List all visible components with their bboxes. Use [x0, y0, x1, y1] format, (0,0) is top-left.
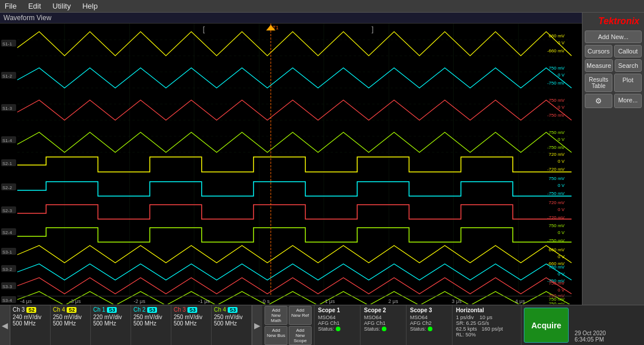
svg-text:S3-3: S3-3: [2, 284, 12, 289]
ch3b-label: Ch 3: [174, 306, 186, 313]
menu-file[interactable]: File: [5, 2, 17, 10]
horizontal-group: Horizontal 1 ps/div 10 μs SR: 6.25 GS/s …: [453, 305, 522, 345]
menu-edit[interactable]: Edit: [28, 2, 41, 10]
svg-text:660 mV: 660 mV: [549, 247, 565, 252]
horizontal-title: Horizontal: [456, 307, 518, 313]
svg-text:-660 mV: -660 mV: [547, 48, 565, 53]
svg-text:-720 mV: -720 mV: [547, 215, 565, 220]
svg-text:0 V: 0 V: [558, 137, 565, 142]
svg-text:S1-2: S1-2: [2, 74, 12, 79]
scope1-afg: AFG Ch1: [318, 320, 356, 326]
scope3-model: MSO64: [410, 315, 448, 320]
scope2-status-dot: [382, 327, 386, 331]
svg-text:1 μs: 1 μs: [325, 298, 335, 304]
menu-help[interactable]: Help: [82, 2, 98, 10]
horizontal-time-div: 1 ps/div: [456, 315, 474, 320]
svg-text:750 mV: 750 mV: [549, 281, 565, 286]
svg-text:720 mV: 720 mV: [549, 152, 565, 157]
svg-text:0 V: 0 V: [558, 207, 565, 212]
plot-button[interactable]: Plot: [614, 74, 642, 92]
svg-text:0 V: 0 V: [558, 230, 565, 235]
svg-text:-750 mV: -750 mV: [547, 301, 565, 304]
add-math-button[interactable]: Add New Math: [264, 306, 288, 325]
svg-text:750 mV: 750 mV: [549, 223, 565, 228]
waveform-canvas[interactable]: T1 [ ] S1-1 S1-2 S1-3 S1-4: [0, 24, 582, 304]
ch4b-s3-badge: S3: [228, 307, 237, 313]
menu-utility[interactable]: Utility: [52, 2, 71, 10]
svg-text:-1 μs: -1 μs: [198, 298, 210, 304]
scope1-status-label: Status:: [318, 326, 334, 332]
add-buttons-group: Add New Math Add New Ref Add New Bus Add…: [262, 305, 315, 345]
scope1-title: Scope 1: [318, 307, 356, 313]
svg-text:0 V: 0 V: [558, 105, 565, 110]
ch4b-freq: 500 MHz: [214, 320, 249, 327]
ch3-label: Ch 3: [13, 306, 25, 313]
channel-ch4-s2: Ch 4 S2 250 mV/div 500 MHz: [51, 305, 91, 345]
svg-text:-750 mV: -750 mV: [547, 145, 565, 150]
ch3b-s3-badge: S3: [187, 307, 197, 313]
right-panel: Tektronix Add New... Cursors Callout Mea…: [582, 13, 644, 305]
svg-text:750 mV: 750 mV: [549, 66, 565, 71]
scope2-group: Scope 2 MSO64 AFG Ch1 Status:: [361, 305, 407, 345]
channel-header: Ch 1 S3: [93, 306, 128, 313]
svg-text:S1-4: S1-4: [2, 138, 12, 143]
channel-ch3-s2: Ch 3 S2 240 mV/div 500 MHz: [10, 305, 51, 345]
channel-header: Ch 3 S2: [13, 306, 48, 313]
horizontal-time-row: 1 ps/div 10 μs: [456, 315, 518, 320]
ch4b-label: Ch 4: [214, 306, 226, 313]
scope3-afg: AFG Ch2: [410, 320, 448, 326]
svg-rect-0: [0, 24, 582, 304]
svg-text:750 mV: 750 mV: [549, 264, 565, 270]
tektronix-logo: Tektronix: [585, 15, 642, 29]
svg-text:0 V: 0 V: [558, 271, 565, 277]
add-new-button[interactable]: Add New...: [585, 30, 642, 43]
svg-text:0 V: 0 V: [558, 40, 565, 45]
menubar: File Edit Utility Help: [0, 0, 644, 13]
scroll-right-button[interactable]: ▶: [252, 305, 262, 345]
add-bus-button[interactable]: Add New Bus: [264, 326, 288, 345]
scope1-model: MSO64: [318, 315, 356, 320]
svg-text:0 V: 0 V: [558, 254, 565, 259]
more-button[interactable]: More...: [614, 94, 642, 108]
scroll-left-button[interactable]: ◀: [0, 305, 10, 345]
ch4-label: Ch 4: [53, 306, 65, 313]
svg-text:S1-3: S1-3: [2, 106, 12, 111]
svg-text:S2-1: S2-1: [2, 161, 12, 166]
horizontal-rl-row: 62.5 kpts 160 ps/pt: [456, 326, 518, 332]
acquire-button[interactable]: Acquire: [524, 308, 569, 343]
waveform-title: Waveform View: [0, 13, 582, 24]
ch4-freq: 500 MHz: [53, 320, 88, 327]
add-ref-button[interactable]: Add New Ref: [289, 306, 312, 325]
horizontal-pos: RL: 50%: [456, 332, 518, 338]
settings-icon-button[interactable]: ⚙: [585, 94, 612, 108]
svg-text:S3-2: S3-2: [2, 267, 12, 272]
horizontal-pos-label: RL:: [456, 332, 466, 338]
svg-text:0 s: 0 s: [263, 298, 270, 304]
waveform-svg: T1 [ ] S1-1 S1-2 S1-3 S1-4: [0, 24, 582, 304]
svg-text:S2-3: S2-3: [2, 208, 12, 213]
icon-more-row: ⚙ More...: [585, 94, 642, 108]
results-table-button[interactable]: Results Table: [585, 74, 612, 92]
ch2-s3-badge: S3: [147, 307, 157, 313]
search-button[interactable]: Search: [615, 59, 642, 72]
svg-text:S1-1: S1-1: [2, 41, 12, 47]
svg-text:-2 μs: -2 μs: [133, 298, 145, 304]
horizontal-rl-label: 160 ps/pt: [482, 326, 503, 332]
callout-button[interactable]: Callout: [614, 45, 642, 57]
svg-text:3 μs: 3 μs: [452, 298, 462, 304]
svg-text:0 V: 0 V: [558, 288, 565, 293]
measure-button[interactable]: Measure: [585, 59, 613, 72]
svg-text:S3-1: S3-1: [2, 250, 12, 255]
scope1-group: Scope 1 MSO64 AFG Ch1 Status:: [315, 305, 361, 345]
ch1-label: Ch 1: [93, 306, 105, 313]
svg-text:]: ]: [371, 25, 373, 33]
ch3-s2-badge: S2: [26, 307, 36, 313]
scope1-status-dot: [336, 327, 340, 331]
add-scope-button[interactable]: Add New Scope: [289, 326, 312, 345]
ch1-freq: 500 MHz: [93, 320, 128, 327]
cursors-button[interactable]: Cursors: [585, 45, 612, 57]
svg-text:4 μs: 4 μs: [515, 298, 526, 304]
waveform-area[interactable]: Waveform View: [0, 13, 582, 305]
time-line: 6:34:05 PM: [574, 336, 614, 343]
channel-ch1-s3: Ch 1 S3 220 mV/div 500 MHz: [91, 305, 131, 345]
